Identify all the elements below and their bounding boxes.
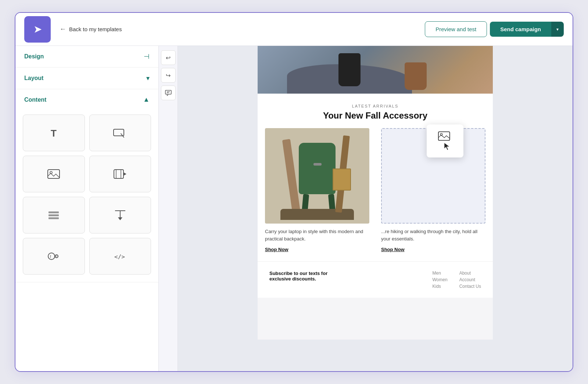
footer-link-men[interactable]: Men xyxy=(433,271,448,276)
section-label: LATEST ARRIVALS xyxy=(258,94,493,111)
spacer-icon xyxy=(114,209,127,221)
svg-marker-12 xyxy=(118,217,122,220)
sidebar-design-section: Design ⊣ xyxy=(15,46,158,68)
undo-icon: ↩ xyxy=(166,54,171,61)
product-right-cta[interactable]: Shop Now xyxy=(381,247,405,252)
back-label: Back to my templates xyxy=(69,26,122,32)
footer-col-2: About Account Contact Us xyxy=(459,271,481,289)
footer-subscribe: Subscribe to our texts for exclusive dis… xyxy=(269,271,343,282)
sidebar-design-header[interactable]: Design ⊣ xyxy=(15,46,158,67)
email-body: LATEST ARRIVALS Your New Fall Accessory xyxy=(258,94,493,261)
undo-button[interactable]: ↩ xyxy=(161,50,176,65)
back-link[interactable]: ← Back to my templates xyxy=(60,25,122,33)
back-arrow-icon: ← xyxy=(60,25,66,33)
comment-button[interactable] xyxy=(161,86,176,100)
product-right-text: ...re hiking or walking through the city… xyxy=(381,228,485,253)
sidebar-design-pin-icon: ⊣ xyxy=(144,52,150,61)
product-right-desc: ...re hiking or walking through the city… xyxy=(381,228,485,242)
footer-link-about[interactable]: About xyxy=(459,271,481,276)
comment-icon xyxy=(165,89,172,97)
sidebar-layout-header[interactable]: Layout ▾ xyxy=(15,68,158,89)
email-canvas: LATEST ARRIVALS Your New Fall Accessory xyxy=(258,46,493,340)
svg-rect-4 xyxy=(114,170,123,178)
svg-text:</>: </> xyxy=(114,253,125,260)
button-icon xyxy=(113,127,128,139)
preview-button[interactable]: Preview and test xyxy=(425,21,487,37)
floating-card xyxy=(427,124,463,157)
video-icon xyxy=(114,168,127,180)
content-item-image[interactable] xyxy=(23,156,85,192)
social-icon: f © xyxy=(47,250,60,262)
logo-box: ➤ xyxy=(24,16,51,43)
product-left: Carry your laptop in style with this mod… xyxy=(265,128,375,253)
floating-image-icon xyxy=(437,131,453,144)
sidebar-design-title: Design xyxy=(24,53,44,60)
svg-text:©: © xyxy=(55,255,58,259)
image-icon xyxy=(47,168,60,180)
product-left-cta[interactable]: Shop Now xyxy=(265,247,288,252)
tool-panel: ↩ ↪ xyxy=(159,46,178,371)
svg-rect-8 xyxy=(49,214,59,216)
text-icon: T xyxy=(48,127,60,139)
sidebar-content-section: Content ▲ T xyxy=(15,89,158,282)
content-item-spacer[interactable] xyxy=(89,197,151,233)
hero-image xyxy=(258,46,493,94)
svg-point-13 xyxy=(48,253,55,260)
cursor-icon xyxy=(443,142,451,151)
product-right: ...re hiking or walking through the city… xyxy=(375,128,485,253)
redo-button[interactable]: ↪ xyxy=(161,68,176,83)
footer-link-women[interactable]: Women xyxy=(433,277,448,282)
app-container: ➤ ← Back to my templates Preview and tes… xyxy=(15,12,573,372)
svg-rect-9 xyxy=(49,217,59,219)
top-bar: ➤ ← Back to my templates Preview and tes… xyxy=(15,13,573,46)
sidebar-content-title: Content xyxy=(24,97,46,103)
main-area: Design ⊣ Layout ▾ Content ▲ xyxy=(15,46,573,371)
content-item-social[interactable]: f © xyxy=(23,238,85,275)
sidebar-layout-section: Layout ▾ xyxy=(15,68,158,89)
svg-rect-2 xyxy=(48,170,60,178)
svg-text:f: f xyxy=(50,255,51,259)
svg-text:T: T xyxy=(51,128,57,139)
content-item-button[interactable] xyxy=(89,115,151,151)
footer-link-contact[interactable]: Contact Us xyxy=(459,284,481,289)
footer-col-1: Men Women Kids xyxy=(433,271,448,289)
logo-icon: ➤ xyxy=(33,23,42,35)
redo-icon: ↪ xyxy=(166,72,171,79)
content-item-divider[interactable] xyxy=(23,197,85,233)
divider-icon xyxy=(47,209,60,221)
content-item-code[interactable]: </> xyxy=(89,238,151,275)
sidebar-layout-chevron-icon: ▾ xyxy=(146,74,150,82)
product-image-left xyxy=(265,128,369,224)
content-item-video[interactable] xyxy=(89,156,151,192)
code-icon: </> xyxy=(114,250,127,262)
footer-link-account[interactable]: Account xyxy=(459,277,481,282)
sidebar-layout-title: Layout xyxy=(24,75,43,81)
content-grid: T xyxy=(15,110,158,282)
footer-link-kids[interactable]: Kids xyxy=(433,284,448,289)
send-group: Send campaign ▾ xyxy=(490,22,564,37)
preview-area[interactable]: LATEST ARRIVALS Your New Fall Accessory xyxy=(178,46,573,371)
product-left-desc: Carry your laptop in style with this mod… xyxy=(265,228,369,242)
sidebar-content-chevron-icon: ▲ xyxy=(143,96,150,104)
send-dropdown-button[interactable]: ▾ xyxy=(551,22,564,37)
footer-links: Men Women Kids About Account Contact Us xyxy=(433,271,481,289)
email-footer: Subscribe to our texts for exclusive dis… xyxy=(258,261,493,298)
svg-rect-7 xyxy=(49,211,59,213)
content-item-text[interactable]: T xyxy=(23,115,85,151)
send-campaign-button[interactable]: Send campaign xyxy=(490,22,551,37)
products-row: Carry your laptop in style with this mod… xyxy=(258,128,493,253)
sidebar-content-header[interactable]: Content ▲ xyxy=(15,89,158,110)
sidebar: Design ⊣ Layout ▾ Content ▲ xyxy=(15,46,159,371)
